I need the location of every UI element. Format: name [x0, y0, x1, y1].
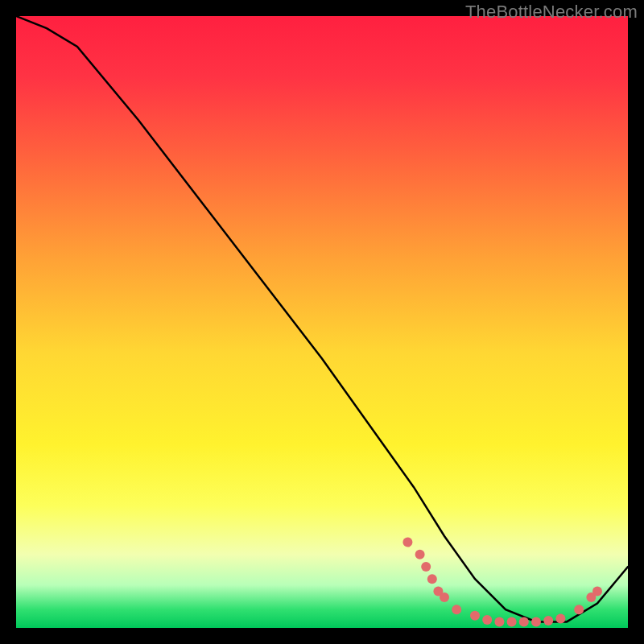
curve-path	[16, 16, 628, 621]
marker-dot	[519, 617, 529, 626]
marker-dot	[402, 538, 412, 547]
chart-frame: TheBottleNecker.com	[0, 0, 644, 644]
watermark-label: TheBottleNecker.com	[465, 2, 638, 23]
marker-dot	[440, 592, 449, 602]
chart-svg	[16, 16, 628, 628]
plot-area	[16, 16, 628, 628]
marker-dot	[452, 605, 461, 614]
marker-dot	[531, 617, 541, 626]
marker-group	[402, 538, 602, 627]
marker-dot	[494, 617, 504, 626]
marker-dot	[555, 614, 565, 624]
marker-dot	[543, 616, 553, 625]
marker-dot	[507, 617, 517, 626]
marker-dot	[421, 562, 431, 572]
marker-dot	[574, 605, 584, 614]
marker-dot	[482, 615, 492, 625]
marker-dot	[470, 611, 480, 621]
marker-dot	[592, 586, 602, 596]
marker-dot	[415, 550, 425, 559]
marker-dot	[427, 574, 437, 584]
